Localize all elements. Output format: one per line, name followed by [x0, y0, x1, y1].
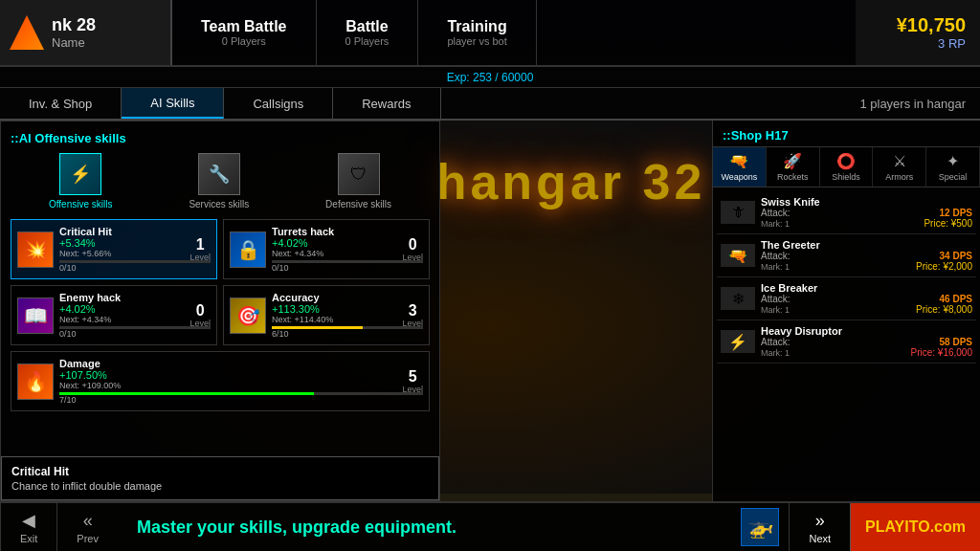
tab-team-battle-sub: 0 Players — [222, 35, 266, 47]
exp-bar: Exp: 253 / 60000 — [0, 67, 980, 88]
turrets-hack-level: 0 Level — [402, 237, 423, 262]
accuracy-icon: 🎯 — [230, 298, 266, 334]
exit-button[interactable]: ◀ Exit — [0, 503, 56, 551]
turrets-hack-icon: 🔒 — [230, 231, 266, 268]
critical-hit-bar — [59, 260, 211, 263]
heavy-disruptor-info: Heavy Disruptor Attack: 58 DPS Mark: 1 P… — [761, 325, 972, 358]
shop-cat-rockets[interactable]: 🚀 Rockets — [767, 147, 820, 187]
cat-offensive[interactable]: ⚡ Offensive skills — [49, 153, 113, 209]
main-content: ::AI Offensive skills ⚡ Offensive skills… — [0, 121, 980, 501]
rp-value: 3 RP — [938, 36, 966, 51]
armors-icon: ⚔ — [893, 152, 906, 170]
sub-tab-ai-skills[interactable]: AI Skills — [122, 88, 224, 119]
shop-item-greeter[interactable]: 🔫 The Greeter Attack: 34 DPS Mark: 1 Pri… — [717, 234, 976, 277]
turrets-hack-value: +4.02% — [272, 237, 423, 249]
enemy-hack-info: Enemy hack +4.02% Next: +4.34% 0/10 — [59, 292, 211, 339]
shop-cat-shields[interactable]: ⭕ Shields — [820, 147, 874, 187]
playito-text: PLAYITO.com — [865, 518, 966, 536]
damage-icon: 🔥 — [17, 364, 54, 400]
prev-icon: « — [83, 511, 93, 531]
tab-team-battle-title: Team Battle — [201, 18, 287, 35]
skill-accuracy[interactable]: 🎯 Accuracy +113.30% Next: +114.40% 6/10 … — [223, 285, 430, 345]
skill-damage[interactable]: 🔥 Damage +107.50% Next: +109.00% 7/10 5 … — [11, 351, 430, 411]
rockets-icon: 🚀 — [783, 152, 802, 170]
shop-item-swiss-knife[interactable]: 🗡 Swiss Knife Attack: 12 DPS Mark: 1 Pri… — [717, 191, 976, 234]
player-info: nk 28 Name — [0, 0, 172, 65]
defensive-label: Defensive skills — [325, 199, 391, 209]
accuracy-level: 3 Level — [402, 303, 423, 328]
shields-icon: ⭕ — [836, 152, 856, 170]
defensive-icon: 🛡 — [338, 153, 380, 195]
bottom-message: Master your skills, upgrade equipment. — [118, 518, 731, 538]
special-icon: ✦ — [947, 152, 959, 170]
currency-display: ¥10,750 3 RP — [856, 0, 980, 65]
turrets-hack-bar — [272, 260, 423, 263]
skill-enemy-hack[interactable]: 📖 Enemy hack +4.02% Next: +4.34% 0/10 0 … — [11, 285, 217, 345]
critical-hit-name: Critical Hit — [59, 226, 211, 237]
currency-value: ¥10,750 — [897, 14, 966, 36]
shop-title: ::Shop H17 — [713, 121, 980, 147]
cat-services[interactable]: 🔧 Services skills — [189, 153, 249, 209]
turrets-hack-progress: 0/10 — [272, 263, 423, 273]
accuracy-value: +113.30% — [272, 303, 423, 315]
logo-icon — [10, 15, 44, 50]
tab-training-sub: player vs bot — [447, 35, 506, 47]
enemy-hack-progress: 0/10 — [59, 329, 211, 339]
accuracy-name: Accuracy — [272, 292, 423, 303]
ice-breaker-info: Ice Breaker Attack: 46 DPS Mark: 1 Price… — [761, 282, 972, 315]
shop-cat-armors[interactable]: ⚔ Armors — [873, 147, 926, 187]
services-icon: 🔧 — [198, 153, 240, 195]
greeter-info: The Greeter Attack: 34 DPS Mark: 1 Price… — [761, 239, 972, 272]
exit-icon: ◀ — [22, 510, 35, 531]
enemy-hack-name: Enemy hack — [59, 292, 211, 303]
tooltip-desc: Chance to inflict double damage — [11, 480, 429, 492]
sub-tab-rewards[interactable]: Rewards — [333, 88, 440, 119]
shop-categories: 🔫 Weapons 🚀 Rockets ⭕ Shields ⚔ Armors ✦… — [713, 147, 980, 187]
prev-button[interactable]: « Prev — [56, 503, 118, 551]
nav-tabs: Team Battle 0 Players Battle 0 Players T… — [172, 0, 856, 65]
top-bar: nk 28 Name Team Battle 0 Players Battle … — [0, 0, 980, 67]
turrets-hack-info: Turrets hack +4.02% Next: +4.34% 0/10 — [272, 226, 423, 273]
enemy-hack-icon: 📖 — [17, 298, 54, 334]
ice-breaker-icon: ❄ — [721, 287, 755, 310]
accuracy-bar-fill — [272, 326, 363, 329]
enemy-hack-next: Next: +4.34% — [59, 315, 211, 324]
damage-name: Damage — [59, 358, 423, 369]
helicopter-icon: 🚁 — [741, 508, 779, 546]
shop-item-heavy-disruptor[interactable]: ⚡ Heavy Disruptor Attack: 58 DPS Mark: 1… — [717, 320, 976, 364]
weapons-icon: 🔫 — [729, 152, 748, 170]
turrets-hack-name: Turrets hack — [272, 226, 423, 237]
bottom-center: 🚁 — [731, 508, 789, 546]
shop-panel: ::Shop H17 🔫 Weapons 🚀 Rockets ⭕ Shields… — [712, 121, 980, 501]
player-name-label: Name — [52, 35, 96, 50]
exp-text: Exp: 253 / 60000 — [447, 71, 534, 84]
tab-battle-title: Battle — [345, 18, 388, 35]
enemy-hack-level: 0 Level — [189, 303, 211, 328]
shop-item-ice-breaker[interactable]: ❄ Ice Breaker Attack: 46 DPS Mark: 1 Pri… — [717, 277, 976, 320]
skill-categories: ⚡ Offensive skills 🔧 Services skills 🛡 D… — [11, 153, 430, 209]
shop-cat-weapons[interactable]: 🔫 Weapons — [713, 147, 767, 187]
bottom-bar: ◀ Exit « Prev Master your skills, upgrad… — [0, 501, 980, 551]
tab-battle-sub: 0 Players — [345, 35, 390, 47]
tooltip-box: Critical Hit Chance to inflict double da… — [1, 456, 439, 500]
cat-defensive[interactable]: 🛡 Defensive skills — [325, 153, 391, 209]
next-button[interactable]: » Next — [789, 503, 850, 551]
tab-training[interactable]: Training player vs bot — [418, 0, 536, 65]
damage-value: +107.50% — [59, 369, 423, 381]
skill-turrets-hack[interactable]: 🔒 Turrets hack +4.02% Next: +4.34% 0/10 … — [223, 219, 430, 279]
sub-tab-callsigns[interactable]: Callsigns — [224, 88, 333, 119]
skill-critical-hit[interactable]: 💥 Critical Hit +5.34% Next: +5.66% 0/10 … — [11, 219, 217, 279]
greeter-icon: 🔫 — [721, 244, 755, 267]
sub-tab-inv-shop[interactable]: Inv. & Shop — [0, 88, 122, 119]
accuracy-info: Accuracy +113.30% Next: +114.40% 6/10 — [272, 292, 423, 339]
enemy-hack-value: +4.02% — [59, 303, 211, 315]
playito-logo[interactable]: PLAYITO.com — [850, 503, 980, 551]
tab-battle[interactable]: Battle 0 Players — [317, 0, 419, 65]
players-in-hangar: 1 players in hangar — [845, 88, 980, 119]
critical-hit-icon: 💥 — [17, 231, 54, 268]
critical-hit-value: +5.34% — [59, 237, 211, 249]
tab-team-battle[interactable]: Team Battle 0 Players — [172, 0, 317, 65]
shop-cat-special[interactable]: ✦ Special — [926, 147, 980, 187]
rank-display: nk 28 — [52, 15, 96, 35]
shop-items-list: 🗡 Swiss Knife Attack: 12 DPS Mark: 1 Pri… — [713, 187, 980, 367]
